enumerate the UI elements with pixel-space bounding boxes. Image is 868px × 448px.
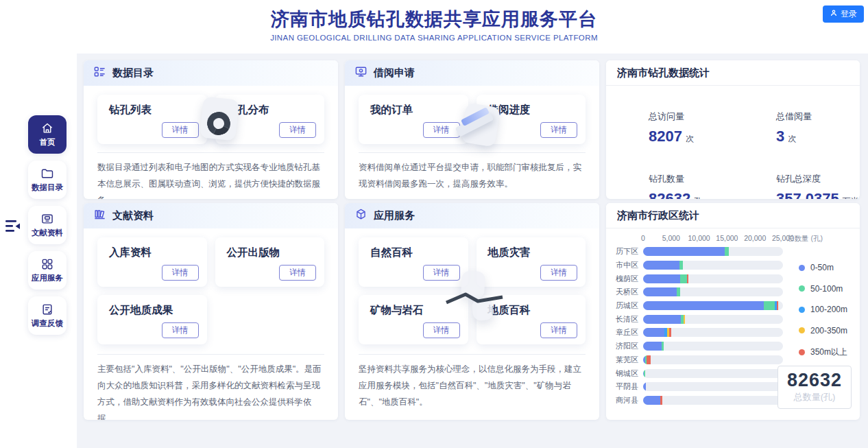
total-caption: 总数量(孔) bbox=[781, 391, 848, 403]
feedback-icon bbox=[40, 303, 54, 316]
sidebar-item-literature[interactable]: 文献资料 bbox=[28, 206, 67, 244]
card-title: 借阅申请 bbox=[374, 67, 415, 80]
legend-dot bbox=[799, 285, 805, 292]
legend-item-350m以上[interactable]: 350m以上 bbox=[799, 346, 847, 358]
legend-item-0-50m[interactable]: 0-50m bbox=[799, 263, 847, 272]
sidebar-item-home[interactable]: 首页 bbox=[28, 115, 67, 154]
detail-button-nature[interactable]: 详情 bbox=[423, 265, 460, 281]
sidebar-item-label: 应用服务 bbox=[32, 273, 63, 283]
sidebar-item-data-catalog[interactable]: 数据目录 bbox=[28, 161, 67, 199]
card-description: 坚持资料共享服务为核心理念，以信息化服务为手段，建立应用服务模块，包括"自然百科… bbox=[359, 361, 586, 410]
app-header: 济南市地质钻孔数据共享应用服务平台 JINAN GEOLOGICAL DRILL… bbox=[0, 0, 868, 54]
stat-unit: 次 bbox=[686, 134, 694, 143]
home-icon bbox=[40, 121, 54, 135]
stat-total-borrows: 总借阅量 3次 bbox=[776, 110, 860, 145]
bar-segment-50-100m bbox=[725, 247, 729, 256]
subcard-public-geo-results[interactable]: 公开地质成果 详情 bbox=[97, 295, 207, 344]
chart-bar-track bbox=[643, 287, 783, 296]
card-borrow-header: 借阅申请 bbox=[345, 60, 599, 86]
bar-segment-350m以上 bbox=[647, 355, 650, 364]
books-icon bbox=[93, 208, 106, 224]
login-button[interactable]: 登录 bbox=[823, 5, 864, 23]
detail-button-minerals[interactable]: 详情 bbox=[423, 322, 460, 338]
detail-button-publications[interactable]: 详情 bbox=[279, 265, 316, 281]
detail-button-archived-data[interactable]: 详情 bbox=[162, 265, 199, 281]
stat-label: 总访问量 bbox=[649, 110, 776, 123]
stat-unit: 孔 bbox=[694, 196, 702, 199]
subcard-title: 自然百科 bbox=[359, 237, 468, 260]
legend-item-50-100m[interactable]: 50-100m bbox=[799, 284, 847, 294]
subcard-geo-hazards[interactable]: 地质灾害 详情 bbox=[477, 237, 586, 287]
axis-tick: 20,000 bbox=[744, 234, 766, 242]
subcard-drill-distribution[interactable]: 钻孔分布 详情 bbox=[215, 95, 325, 144]
detail-button-borrow-progress[interactable]: 详情 bbox=[540, 122, 577, 138]
detail-button-geo-encyclopedia[interactable]: 详情 bbox=[540, 322, 577, 338]
legend-dot bbox=[799, 265, 805, 271]
subcard-archived-data[interactable]: 入库资料 详情 bbox=[97, 237, 207, 287]
chart-bar-track bbox=[643, 301, 783, 310]
legend-label: 100-200m bbox=[810, 305, 847, 314]
archive-icon bbox=[40, 212, 54, 226]
detail-button-hazards[interactable]: 详情 bbox=[540, 265, 577, 281]
chart-row-label: 市中区 bbox=[616, 260, 643, 270]
sidebar-item-app-service[interactable]: 应用服务 bbox=[28, 251, 67, 290]
detail-button-my-orders[interactable]: 详情 bbox=[423, 122, 460, 138]
sidebar-collapse-toggle[interactable] bbox=[5, 217, 23, 235]
legend-item-100-200m[interactable]: 100-200m bbox=[799, 305, 847, 314]
stat-value: 357.0375万米 bbox=[776, 190, 860, 199]
bar-segment-350m以上 bbox=[777, 301, 777, 310]
card-district-chart: 济南市行政区统计 05,00010,00015,00020,00025,000总… bbox=[606, 203, 860, 420]
card-title: 数据目录 bbox=[112, 67, 154, 80]
page-subtitle: JINAN GEOLOGICAL DRILLING DATA SHARING A… bbox=[0, 34, 868, 42]
screen-icon bbox=[354, 65, 367, 81]
subcard-nature-encyclopedia[interactable]: 自然百科 详情 bbox=[359, 237, 468, 287]
card-description: 数据目录通过列表和电子地图的方式实现各专业地质钻孔基本信息展示、图属联动查询、浏… bbox=[97, 159, 324, 199]
divider bbox=[97, 152, 324, 153]
sidebar: 首页 数据目录 文献资料 应用服务 调查反馈 bbox=[28, 115, 67, 342]
decor-3d-gear bbox=[337, 264, 338, 319]
bar-segment-50-100m bbox=[677, 287, 681, 296]
sidebar-item-feedback[interactable]: 调查反馈 bbox=[28, 296, 67, 335]
chart-row-label: 章丘区 bbox=[616, 327, 643, 338]
detail-button-drill-distribution[interactable]: 详情 bbox=[279, 122, 316, 138]
stat-drill-count: 钻孔数量 82632孔 bbox=[649, 173, 776, 199]
chart-bar-track bbox=[643, 328, 783, 337]
legend-dot bbox=[799, 327, 805, 333]
bar-segment-0-50m bbox=[643, 247, 725, 256]
detail-button-public-geo-results[interactable]: 详情 bbox=[162, 322, 199, 338]
subcard-geo-encyclopedia[interactable]: 地质百科 详情 bbox=[477, 295, 586, 344]
card-body: 我的订单 详情 借阅进度 详情 资料借阅单位通过平台提交申请，职能部门审核批复后… bbox=[345, 86, 599, 192]
bar-segment-0-50m bbox=[643, 315, 681, 324]
subcard-title: 钻孔分布 bbox=[215, 95, 325, 117]
menu-collapse-icon bbox=[5, 217, 23, 235]
chart-bar-track bbox=[643, 261, 783, 270]
page-title: 济南市地质钻孔数据共享应用服务平台 bbox=[0, 7, 868, 32]
card-chart-header: 济南市行政区统计 bbox=[606, 203, 860, 228]
login-label: 登录 bbox=[841, 8, 857, 20]
subcard-drill-list[interactable]: 钻孔列表 详情 bbox=[97, 95, 207, 144]
card-title: 济南市钻孔数据统计 bbox=[617, 67, 710, 80]
stat-value: 3次 bbox=[776, 128, 860, 145]
chart-row: 历下区 bbox=[616, 245, 850, 259]
detail-button-drill-list[interactable]: 详情 bbox=[162, 122, 199, 138]
subcard-my-orders[interactable]: 我的订单 详情 bbox=[359, 95, 468, 144]
sidebar-item-label: 文献资料 bbox=[32, 228, 63, 238]
folder-icon bbox=[40, 167, 54, 180]
legend-item-200-350m[interactable]: 200-350m bbox=[799, 326, 847, 335]
subcard-row: 公开地质成果 详情 bbox=[97, 295, 324, 344]
stat-unit: 次 bbox=[788, 134, 796, 143]
stat-value: 8207次 bbox=[649, 128, 776, 145]
subcard-row: 入库资料 详情 公开出版物 详情 bbox=[97, 237, 324, 287]
subcard-publications[interactable]: 公开出版物 详情 bbox=[215, 237, 325, 287]
subcard-borrow-progress[interactable]: 借阅进度 详情 bbox=[477, 95, 586, 144]
axis-tick: 0 bbox=[641, 234, 645, 242]
chart-bar-track bbox=[643, 315, 783, 324]
page: 济南市地质钻孔数据共享应用服务平台 JINAN GEOLOGICAL DRILL… bbox=[0, 0, 868, 448]
subcard-minerals-rocks[interactable]: 矿物与岩石 详情 bbox=[359, 295, 468, 344]
sidebar-item-label: 调查反馈 bbox=[32, 318, 63, 329]
divider bbox=[359, 152, 586, 153]
axis-name: 总数量 (孔) bbox=[787, 234, 823, 244]
chart-legend: 0-50m50-100m100-200m200-350m350m以上 bbox=[799, 263, 847, 358]
bar-segment-0-50m bbox=[643, 261, 679, 270]
subcard-row: 矿物与岩石 详情 地质百科 详情 bbox=[359, 295, 586, 344]
